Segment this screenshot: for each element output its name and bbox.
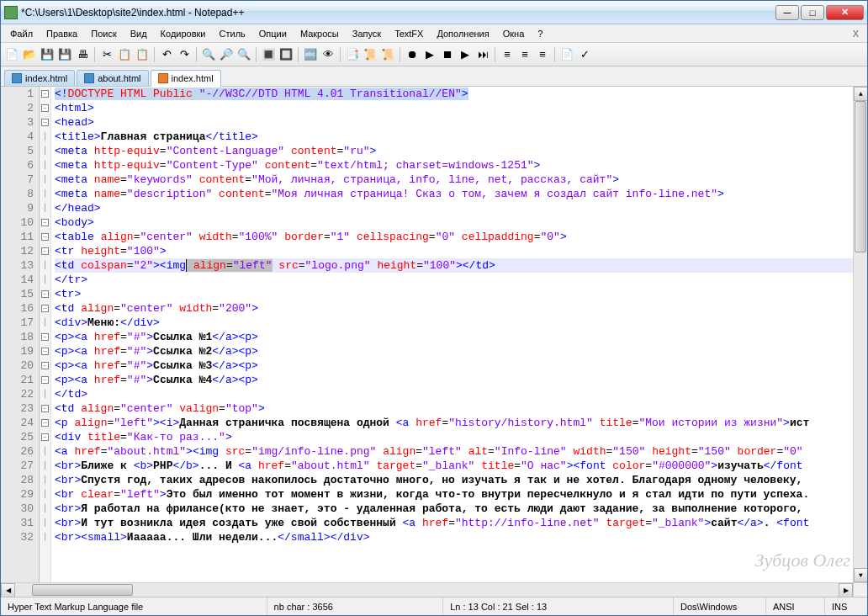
- toolbar-button[interactable]: 🔤: [303, 47, 318, 62]
- menu-файл[interactable]: Файл: [4, 27, 39, 40]
- scroll-track-h[interactable]: [15, 583, 839, 597]
- fold-marker[interactable]: │: [40, 201, 50, 215]
- minimize-button[interactable]: [775, 5, 799, 20]
- toolbar-button[interactable]: 📜: [363, 47, 378, 62]
- fold-marker[interactable]: −: [40, 301, 50, 316]
- fold-marker[interactable]: −: [40, 401, 50, 416]
- fold-marker[interactable]: │: [40, 459, 50, 473]
- fold-marker[interactable]: −: [40, 230, 50, 244]
- toolbar-button[interactable]: 🔲: [278, 47, 294, 62]
- code-line[interactable]: <td align="center" width="200">: [55, 301, 867, 316]
- code-line[interactable]: <br>И тут возникла идея создать уже свой…: [55, 516, 867, 530]
- menu-правка[interactable]: Правка: [40, 27, 83, 40]
- toolbar-button[interactable]: ⏺: [405, 47, 420, 62]
- code-line[interactable]: <meta name="keywords" content="Мой, личн…: [55, 173, 867, 187]
- code-line[interactable]: <title>Главная страница</title>: [55, 130, 867, 144]
- code-line[interactable]: <body>: [55, 215, 867, 230]
- scroll-track-v[interactable]: [854, 101, 867, 568]
- menu-макросы[interactable]: Макросы: [294, 27, 345, 40]
- menu-дополнения[interactable]: Дополнения: [431, 27, 495, 40]
- menu-стиль[interactable]: Стиль: [214, 27, 251, 40]
- code-line[interactable]: <a href="about.html"><img src="img/info-…: [55, 444, 867, 459]
- menu-запуск[interactable]: Запуск: [347, 27, 387, 40]
- fold-marker[interactable]: −: [40, 101, 50, 115]
- toolbar-button[interactable]: 🔍: [236, 47, 251, 62]
- toolbar-button[interactable]: 🔍: [201, 47, 216, 62]
- fold-marker[interactable]: −: [40, 330, 50, 344]
- code-line[interactable]: <meta http-equiv="Content-Type" content=…: [55, 158, 867, 173]
- fold-marker[interactable]: │: [40, 473, 50, 487]
- code-line[interactable]: <br>Я работал на фрилансе(кто не знает, …: [55, 502, 867, 516]
- fold-marker[interactable]: │: [40, 387, 50, 401]
- toolbar-button[interactable]: ⏭: [475, 47, 490, 62]
- toolbar-button[interactable]: ⏹: [440, 47, 455, 62]
- fold-marker[interactable]: │: [40, 487, 50, 502]
- menu-кодировки[interactable]: Кодировки: [155, 27, 212, 40]
- tab-index-html[interactable]: index.html: [151, 70, 221, 87]
- fold-marker[interactable]: −: [40, 215, 50, 230]
- code-line[interactable]: <div title="Как-то раз...">: [55, 430, 867, 444]
- close-button[interactable]: [826, 5, 864, 20]
- code-line[interactable]: <p><a href="#">Ссылка №3</a><p>: [55, 358, 867, 373]
- toolbar-button[interactable]: ✓: [577, 47, 592, 62]
- toolbar-button[interactable]: ✂: [99, 47, 114, 62]
- fold-marker[interactable]: │: [40, 158, 50, 173]
- fold-marker[interactable]: −: [40, 344, 50, 358]
- fold-marker[interactable]: │: [40, 173, 50, 187]
- code-line[interactable]: </tr>: [55, 273, 867, 287]
- fold-marker[interactable]: −: [40, 244, 50, 258]
- maximize-button[interactable]: [801, 5, 824, 20]
- code-line[interactable]: </td>: [55, 387, 867, 401]
- code-line[interactable]: <html>: [55, 101, 867, 115]
- code-line[interactable]: <p><a href="#">Ссылка №4</a><p>: [55, 373, 867, 387]
- code-line[interactable]: <!DOCTYPE HTML Public "-//W3C//DTD HTML …: [55, 87, 867, 101]
- toolbar-button[interactable]: 🖶: [75, 47, 90, 62]
- fold-marker[interactable]: │: [40, 273, 50, 287]
- code-line[interactable]: <tr>: [55, 287, 867, 301]
- fold-marker[interactable]: │: [40, 258, 50, 273]
- toolbar-button[interactable]: ≡: [535, 47, 550, 62]
- code-line[interactable]: <p align="left"><i>Данная страничка посв…: [55, 416, 867, 430]
- toolbar-button[interactable]: 📜: [380, 47, 395, 62]
- code-line[interactable]: <meta http-equiv="Content-Language" cont…: [55, 144, 867, 158]
- code-line[interactable]: <br>Спустя год, таких адресов накопилось…: [55, 473, 867, 487]
- menu-textfx[interactable]: TextFX: [389, 27, 429, 40]
- fold-marker[interactable]: │: [40, 530, 50, 544]
- fold-marker[interactable]: │: [40, 187, 50, 201]
- toolbar-button[interactable]: 📋: [135, 47, 150, 62]
- toolbar-button[interactable]: 💾: [40, 47, 55, 62]
- code-line[interactable]: <table align="center" width="100%" borde…: [55, 230, 867, 244]
- menu-close-x[interactable]: X: [848, 29, 864, 39]
- fold-marker[interactable]: −: [40, 87, 50, 101]
- scroll-right-button[interactable]: ▶: [839, 583, 853, 597]
- tab-index-html[interactable]: index.html: [4, 70, 75, 86]
- scroll-left-button[interactable]: ◀: [1, 583, 15, 597]
- toolbar-button[interactable]: 📄: [559, 47, 574, 62]
- toolbar-button[interactable]: ▶: [458, 47, 473, 62]
- code-line[interactable]: <td align="center" valign="top">: [55, 401, 867, 416]
- fold-marker[interactable]: −: [40, 373, 50, 387]
- fold-marker[interactable]: −: [40, 416, 50, 430]
- horizontal-scrollbar[interactable]: ◀ ▶: [1, 582, 867, 597]
- menu-вид[interactable]: Вид: [124, 27, 153, 40]
- vertical-scrollbar[interactable]: ▲ ▼: [853, 87, 867, 582]
- code-line[interactable]: <tr height="100">: [55, 244, 867, 258]
- fold-marker[interactable]: −: [40, 287, 50, 301]
- fold-marker[interactable]: │: [40, 444, 50, 459]
- toolbar-button[interactable]: 📄: [4, 47, 19, 62]
- menu-окна[interactable]: Окна: [497, 27, 531, 40]
- toolbar-button[interactable]: ↶: [159, 47, 174, 62]
- toolbar-button[interactable]: ↷: [177, 47, 192, 62]
- code-area[interactable]: <!DOCTYPE HTML Public "-//W3C//DTD HTML …: [51, 87, 867, 582]
- code-line[interactable]: <div>Меню:</div>: [55, 316, 867, 330]
- scroll-thumb-v[interactable]: [855, 101, 866, 252]
- code-line[interactable]: <head>: [55, 115, 867, 130]
- fold-marker[interactable]: │: [40, 516, 50, 530]
- toolbar-button[interactable]: ▶: [422, 47, 437, 62]
- fold-marker[interactable]: │: [40, 144, 50, 158]
- toolbar-button[interactable]: ≡: [517, 47, 532, 62]
- toolbar-button[interactable]: 📂: [22, 47, 37, 62]
- scroll-up-button[interactable]: ▲: [854, 87, 867, 101]
- titlebar[interactable]: *C:\Users\1\Desktop\site2\index.html - N…: [1, 1, 867, 24]
- menu-?[interactable]: ?: [532, 27, 548, 40]
